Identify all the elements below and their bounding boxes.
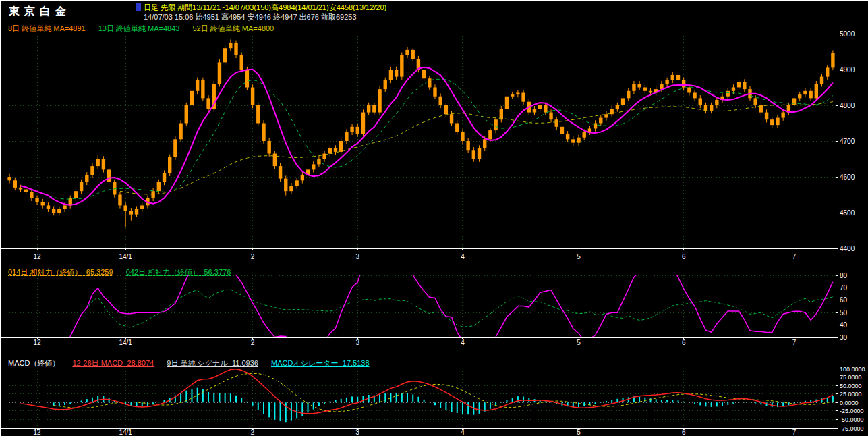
svg-text:12: 12 [34, 339, 42, 346]
svg-text:-75.0000: -75.0000 [840, 425, 864, 432]
y-axis-labels: 100.000075.000050.000025.00000.0000-25.0… [840, 366, 865, 432]
macd-histogram [54, 388, 833, 423]
svg-text:5: 5 [577, 339, 581, 346]
header-marker [136, 3, 141, 11]
ma8-line [21, 67, 833, 205]
y-axis-labels: 5000490048004700460045004400 [840, 31, 855, 252]
x-axis-labels: 1214/1234567 [34, 429, 797, 436]
svg-text:0.0000: 0.0000 [840, 400, 859, 406]
x-axis-labels: 1214/1234567 [34, 339, 797, 346]
svg-text:5: 5 [577, 253, 581, 261]
svg-text:7: 7 [792, 339, 797, 346]
x-axis-labels: 1214/1234567 [34, 253, 797, 261]
y-axis-labels: 807060504030 [840, 272, 848, 342]
macd-signal-line [54, 373, 833, 412]
instrument-title-box: 東京白金 [3, 3, 134, 20]
svg-text:2: 2 [251, 429, 255, 436]
svg-text:70: 70 [840, 284, 848, 292]
svg-text:6: 6 [682, 253, 686, 261]
svg-text:14/1: 14/1 [119, 339, 132, 346]
svg-text:5: 5 [577, 429, 581, 436]
svg-text:75.0000: 75.0000 [840, 374, 862, 381]
svg-text:4: 4 [461, 253, 465, 261]
panel-border [1, 356, 838, 430]
svg-text:4: 4 [461, 429, 465, 436]
svg-text:5000: 5000 [840, 31, 855, 38]
svg-text:30: 30 [840, 334, 848, 342]
svg-text:4800: 4800 [840, 102, 855, 109]
grid-layer [7, 369, 836, 428]
macd-line [21, 369, 833, 414]
svg-text:12: 12 [34, 429, 42, 436]
macd-chart-panel[interactable]: 100.000075.000050.000025.00000.0000-25.0… [1, 356, 868, 436]
svg-text:3: 3 [355, 429, 359, 436]
svg-text:3: 3 [355, 339, 359, 346]
svg-text:6: 6 [682, 429, 686, 436]
svg-text:7: 7 [792, 429, 797, 436]
svg-text:4400: 4400 [840, 245, 855, 252]
svg-text:40: 40 [840, 321, 848, 329]
svg-text:4600: 4600 [840, 173, 855, 181]
svg-text:50: 50 [840, 309, 848, 317]
header-info-line2: 14/07/03 15:06 始4951 高4954 安4946 終4947 出… [144, 12, 357, 22]
svg-text:100.0000: 100.0000 [840, 366, 865, 373]
svg-text:4500: 4500 [840, 209, 855, 217]
grid-layer [7, 275, 836, 337]
svg-text:50.0000: 50.0000 [840, 383, 862, 389]
ma52-line [120, 102, 833, 194]
rsi-chart-panel[interactable]: 8070605040301214/1234567 [1, 269, 868, 350]
svg-text:12: 12 [34, 253, 42, 261]
price-chart-panel[interactable]: 50004900480047004600450044001214/1234567 [1, 31, 868, 266]
svg-text:-25.0000: -25.0000 [840, 408, 864, 414]
svg-text:80: 80 [840, 272, 848, 279]
header-info-line1: 日足 先限 期間13/11/21~14/07/03(150)高4984(14/0… [144, 3, 386, 13]
ma13-line [32, 79, 833, 199]
header-divider [1, 22, 868, 22]
rsi42-line [65, 290, 833, 350]
svg-text:14/1: 14/1 [119, 253, 132, 261]
svg-text:4700: 4700 [840, 138, 855, 145]
app-window: 東京白金 日足 先限 期間13/11/21~14/07/03(150)高4984… [0, 0, 868, 436]
svg-text:4900: 4900 [840, 66, 855, 74]
svg-text:3: 3 [355, 253, 359, 261]
svg-text:4: 4 [461, 339, 465, 346]
panel-border [1, 269, 838, 339]
svg-text:-50.0000: -50.0000 [840, 416, 864, 423]
svg-text:60: 60 [840, 296, 848, 304]
instrument-title: 東京白金 [3, 5, 71, 19]
svg-text:14/1: 14/1 [119, 429, 132, 436]
svg-text:25.0000: 25.0000 [840, 391, 862, 398]
svg-text:2: 2 [251, 339, 255, 346]
svg-text:2: 2 [251, 253, 255, 261]
svg-text:7: 7 [792, 253, 797, 261]
svg-text:6: 6 [682, 339, 686, 346]
